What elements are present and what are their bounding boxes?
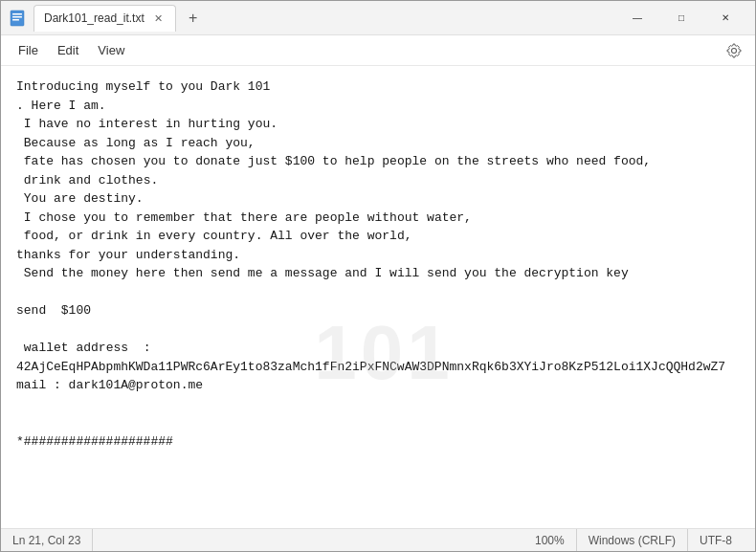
- encoding: UTF-8: [688, 529, 744, 551]
- menu-view[interactable]: View: [88, 39, 134, 61]
- menubar: File Edit View: [1, 35, 755, 66]
- settings-button[interactable]: [721, 37, 747, 64]
- text-content[interactable]: Introducing myself to you Dark 101 . Her…: [1, 66, 755, 528]
- svg-rect-2: [12, 16, 22, 18]
- svg-rect-3: [12, 19, 19, 21]
- tab-area: Dark101_read_it.txt ✕ +: [33, 5, 615, 32]
- line-ending: Windows (CRLF): [577, 529, 688, 551]
- statusbar: Ln 21, Col 23 100% Windows (CRLF) UTF-8: [1, 528, 755, 551]
- tab-close-button[interactable]: ✕: [152, 11, 166, 25]
- main-window: Dark101_read_it.txt ✕ + — □ ✕ File Edit …: [0, 0, 756, 552]
- app-icon: [9, 10, 26, 27]
- settings-icon: [726, 43, 742, 58]
- new-tab-button[interactable]: +: [180, 5, 207, 32]
- maximize-button[interactable]: □: [659, 1, 703, 35]
- file-text: Introducing myself to you Dark 101 . Her…: [16, 77, 740, 451]
- cursor-position: Ln 21, Col 23: [12, 529, 93, 551]
- svg-rect-1: [12, 13, 22, 15]
- tab-file[interactable]: Dark101_read_it.txt ✕: [33, 5, 176, 32]
- minimize-button[interactable]: —: [615, 1, 659, 35]
- zoom-level: 100%: [523, 529, 577, 551]
- menu-file[interactable]: File: [9, 39, 48, 61]
- svg-rect-0: [11, 11, 24, 26]
- window-controls: — □ ✕: [615, 1, 747, 35]
- close-button[interactable]: ✕: [703, 1, 747, 35]
- tab-label: Dark101_read_it.txt: [44, 11, 145, 25]
- menu-edit[interactable]: Edit: [48, 39, 88, 61]
- titlebar: Dark101_read_it.txt ✕ + — □ ✕: [1, 1, 755, 35]
